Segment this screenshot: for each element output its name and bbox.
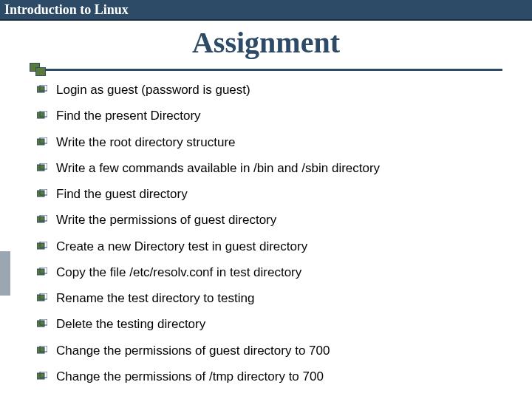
list-item-text: Rename the test directory to testing: [56, 290, 254, 306]
block-icon: [35, 67, 46, 76]
bullet-icon: [37, 372, 47, 381]
list-item: Rename the test directory to testing: [37, 290, 495, 306]
list-item-text: Write the permissions of guest directory: [56, 212, 276, 228]
svg-rect-2: [37, 112, 44, 118]
list-item: Find the present Directory: [37, 108, 495, 123]
list-item-text: Copy the file /etc/resolv.conf in test d…: [56, 265, 301, 280]
list-item: Write the root directory structure: [37, 134, 495, 150]
bullet-icon: [37, 163, 47, 172]
svg-rect-8: [37, 191, 44, 197]
title-divider: [30, 63, 502, 78]
divider-line: [30, 69, 502, 71]
svg-rect-6: [37, 165, 44, 171]
list-item-text: Change the permissions of guest director…: [56, 343, 330, 358]
svg-rect-16: [37, 295, 44, 301]
bullet-icon: [37, 267, 47, 276]
bullet-icon: [37, 319, 47, 328]
svg-rect-22: [37, 373, 44, 379]
list-item: Login as guest (password is guest): [37, 82, 495, 98]
side-accent: [0, 251, 10, 296]
bullet-icon: [37, 242, 47, 250]
svg-rect-12: [37, 243, 44, 249]
header-title: Introduction to Linux: [4, 2, 129, 18]
list-item: Delete the testing directory: [37, 316, 495, 332]
svg-rect-4: [37, 139, 44, 145]
list-item-text: Create a new Directory test in guest dir…: [56, 239, 307, 254]
svg-rect-0: [37, 86, 44, 92]
list-item: Change the permissions of /tmp directory…: [37, 369, 495, 384]
list-item-text: Login as guest (password is guest): [56, 82, 250, 98]
svg-rect-14: [37, 269, 44, 275]
bullet-icon: [37, 137, 47, 146]
header-bar: Introduction to Linux: [0, 0, 532, 21]
bullet-icon: [37, 346, 47, 355]
svg-rect-10: [37, 216, 44, 222]
svg-rect-20: [37, 347, 44, 353]
svg-rect-18: [37, 321, 44, 327]
list-item: Find the guest directory: [37, 186, 495, 202]
content-list: Login as guest (password is guest) Find …: [0, 82, 532, 384]
list-item-text: Delete the testing directory: [56, 316, 205, 332]
bullet-icon: [37, 111, 47, 120]
list-item-text: Find the present Directory: [56, 108, 201, 123]
list-item-text: Write the root directory structure: [56, 134, 236, 150]
bullet-icon: [37, 189, 47, 198]
list-item-text: Find the guest directory: [56, 186, 188, 202]
bullet-icon: [37, 215, 47, 224]
list-item-text: Change the permissions of /tmp directory…: [56, 369, 324, 384]
list-item-text: Write a few commands available in /bin a…: [56, 160, 380, 176]
divider-blocks: [30, 63, 46, 76]
list-item: Change the permissions of guest director…: [37, 343, 495, 358]
bullet-icon: [37, 293, 47, 302]
page-title: Assignment: [0, 25, 532, 60]
list-item: Write a few commands available in /bin a…: [37, 160, 495, 176]
list-item: Write the permissions of guest directory: [37, 212, 495, 228]
bullet-icon: [37, 85, 47, 94]
list-item: Copy the file /etc/resolv.conf in test d…: [37, 265, 495, 280]
list-item: Create a new Directory test in guest dir…: [37, 239, 495, 254]
